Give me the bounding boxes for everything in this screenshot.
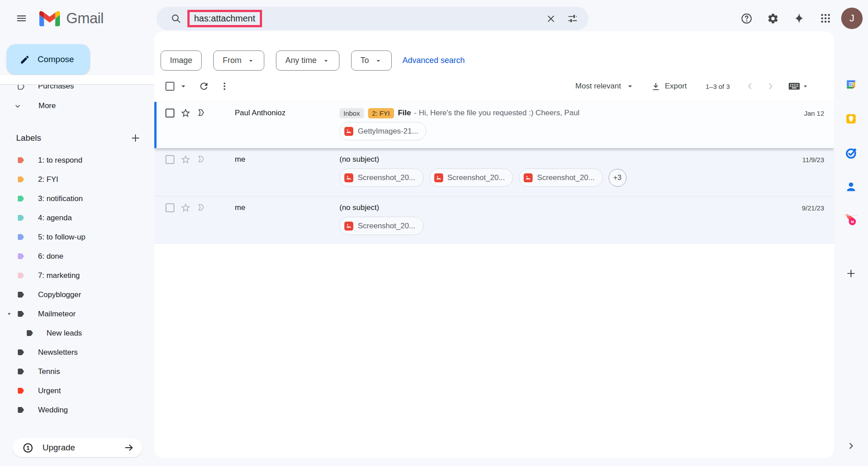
- sidebar-label-to-respond[interactable]: 1: to respond: [0, 151, 154, 170]
- star-icon[interactable]: [180, 202, 191, 213]
- add-addon-button[interactable]: [840, 263, 862, 284]
- pagination-count: 1–3 of 3: [706, 83, 730, 90]
- row-checkbox[interactable]: [165, 109, 174, 118]
- search-options-button[interactable]: [562, 8, 583, 29]
- svg-text:31: 31: [849, 82, 853, 87]
- collapse-panel-button[interactable]: [842, 437, 860, 455]
- email-subject-line: Inbox 2: FYI File - Hi, Here's the file …: [339, 108, 799, 118]
- attachment-chip[interactable]: Screenshot_20...: [429, 168, 513, 187]
- tune-icon: [567, 13, 578, 24]
- sidebar-label-urgent[interactable]: Urgent: [0, 381, 154, 400]
- image-attachment-icon: [344, 222, 353, 231]
- contacts-panel-button[interactable]: [840, 176, 862, 197]
- sidebar-item-label: More: [38, 101, 56, 110]
- sidebar-label-done[interactable]: 6: done: [0, 247, 154, 266]
- sidebar-label-notification[interactable]: 3: notification: [0, 189, 154, 208]
- more-options-button[interactable]: [219, 81, 230, 92]
- google-tasks-icon: [845, 147, 857, 160]
- sidebar-label-new-leads[interactable]: New leads: [0, 323, 154, 343]
- email-sender: me: [235, 155, 339, 164]
- export-button[interactable]: Export: [651, 81, 687, 92]
- star-icon[interactable]: [180, 108, 191, 118]
- filter-chip-from[interactable]: From: [213, 50, 264, 71]
- email-row-main: Paul Anthonioz Inbox 2: FYI File - Hi, H…: [165, 102, 824, 118]
- newer-page-button[interactable]: [742, 79, 758, 94]
- importance-marker-icon[interactable]: [197, 154, 207, 165]
- sidebar-item-more[interactable]: More: [0, 99, 56, 113]
- email-row-1[interactable]: Paul Anthonioz Inbox 2: FYI File - Hi, H…: [154, 102, 834, 148]
- compose-button[interactable]: Compose: [7, 44, 90, 75]
- upgrade-button[interactable]: 1 Upgrade: [13, 438, 142, 457]
- close-icon: [546, 13, 556, 24]
- email-date: 9/21/23: [796, 204, 824, 212]
- caret-down-icon: [247, 57, 255, 65]
- main-menu-button[interactable]: [11, 8, 32, 29]
- sidebar-label-mailmeteor[interactable]: Mailmeteor: [0, 304, 154, 323]
- help-button[interactable]: [736, 8, 757, 29]
- importance-marker-icon[interactable]: [197, 108, 207, 118]
- search-query-highlight: has:attachment: [187, 10, 262, 27]
- sidebar-label-copyblogger[interactable]: Copyblogger: [0, 285, 154, 304]
- caret-down-icon: [626, 82, 635, 91]
- email-row-3[interactable]: me (no subject) 9/21/23 Screenshot_20...: [154, 197, 834, 243]
- row-checkbox[interactable]: [165, 203, 174, 212]
- create-label-button[interactable]: [128, 131, 143, 145]
- attachment-chip[interactable]: GettyImages-21...: [339, 122, 426, 140]
- label-chip-inbox[interactable]: Inbox: [339, 108, 364, 118]
- sort-dropdown[interactable]: Most relevant: [576, 82, 635, 91]
- search-bar[interactable]: has:attachment: [157, 7, 589, 30]
- account-avatar[interactable]: J: [841, 8, 863, 29]
- search-input[interactable]: has:attachment: [194, 13, 255, 24]
- calendar-panel-button[interactable]: 31: [840, 74, 862, 95]
- panel-divider: [844, 215, 858, 216]
- older-page-button[interactable]: [763, 79, 778, 94]
- sidebar-label-wedding[interactable]: Wedding: [0, 400, 154, 420]
- filter-chip-to[interactable]: To: [351, 50, 392, 71]
- settings-button[interactable]: [762, 8, 783, 29]
- label-chip-fyi[interactable]: 2: FYI: [368, 108, 394, 118]
- gemini-sparkle-icon: [793, 12, 805, 25]
- screenshot-cut-strip: [0, 75, 154, 85]
- logo-text: Gmail: [66, 10, 104, 27]
- plus-icon: [130, 133, 141, 143]
- sidebar-label-tennis[interactable]: Tennis: [0, 362, 154, 381]
- attachment-chip[interactable]: Screenshot_20...: [339, 168, 423, 187]
- sidebar-label-to-follow-up[interactable]: 5: to follow-up: [0, 227, 154, 247]
- select-all-checkbox[interactable]: [165, 82, 174, 91]
- google-apps-button[interactable]: [815, 8, 836, 29]
- email-date: 11/9/23: [797, 156, 824, 164]
- pencil-icon: [20, 55, 30, 65]
- star-icon[interactable]: [180, 154, 191, 165]
- labels-list: 1: to respond 2: FYI 3: notification 4: …: [0, 151, 154, 420]
- filter-chip-image[interactable]: Image: [161, 50, 202, 71]
- attachment-chip[interactable]: Screenshot_20...: [339, 217, 423, 235]
- email-row-2[interactable]: me (no subject) 11/9/23 Screenshot_20...…: [154, 148, 834, 197]
- sidebar-label-fyi[interactable]: 2: FYI: [0, 170, 154, 189]
- mailmeteor-panel-button[interactable]: M: [840, 209, 862, 231]
- attachment-chip[interactable]: Screenshot_20...: [519, 168, 603, 187]
- input-tools-button[interactable]: [788, 81, 809, 91]
- sidebar-label-agenda[interactable]: 4: agenda: [0, 208, 154, 227]
- tasks-panel-button[interactable]: [840, 143, 862, 164]
- gemini-button[interactable]: [788, 8, 810, 29]
- select-dropdown-button[interactable]: [179, 82, 188, 91]
- expand-caret-icon[interactable]: [6, 311, 13, 317]
- search-button[interactable]: [165, 8, 186, 29]
- email-sender: Paul Anthonioz: [235, 109, 339, 118]
- email-subject: (no subject): [339, 155, 379, 164]
- image-attachment-icon: [344, 173, 353, 182]
- menu-icon: [16, 13, 27, 24]
- upgrade-label: Upgrade: [42, 443, 75, 453]
- sidebar-label-marketing[interactable]: 7: marketing: [0, 266, 154, 285]
- importance-marker-icon[interactable]: [197, 202, 207, 213]
- more-attachments-badge[interactable]: +3: [609, 169, 627, 187]
- keep-panel-button[interactable]: [840, 108, 862, 130]
- sidebar-label-newsletters[interactable]: Newsletters: [0, 343, 154, 362]
- filter-chip-any-time[interactable]: Any time: [276, 50, 339, 71]
- google-calendar-icon: 31: [845, 78, 857, 91]
- refresh-button[interactable]: [199, 81, 209, 92]
- row-checkbox[interactable]: [165, 155, 174, 164]
- clear-search-button[interactable]: [540, 8, 562, 29]
- advanced-search-link[interactable]: Advanced search: [402, 56, 465, 65]
- side-panel: 31: [834, 31, 868, 466]
